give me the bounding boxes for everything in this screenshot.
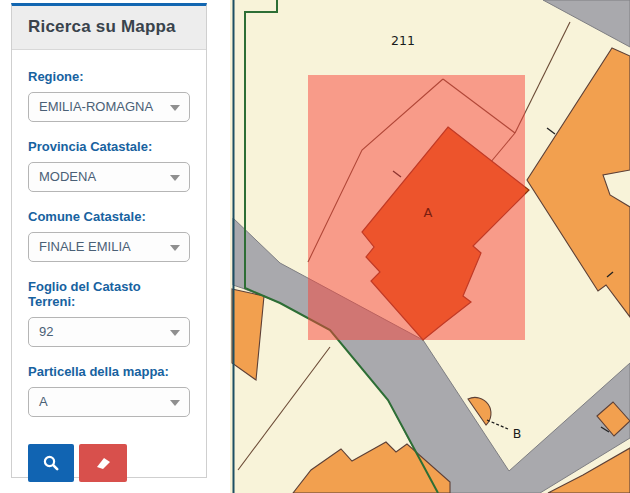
search-button[interactable]: [28, 444, 74, 482]
selection-highlight: [308, 75, 525, 340]
provincia-label: Provincia Catastale:: [28, 139, 190, 154]
search-panel: Ricerca su Mappa Regione: EMILIA-ROMAGNA…: [11, 3, 207, 478]
magnifier-icon: [42, 454, 60, 472]
parcel-211-label: 211: [391, 33, 415, 48]
provincia-value: MODENA: [39, 169, 96, 184]
comune-select[interactable]: FINALE EMILIA: [28, 232, 190, 262]
provincia-select[interactable]: MODENA: [28, 162, 190, 192]
button-row: [28, 444, 190, 482]
search-form: Regione: EMILIA-ROMAGNA Provincia Catast…: [12, 50, 206, 482]
app-window: Ricerca su Mappa Regione: EMILIA-ROMAGNA…: [0, 0, 630, 493]
regione-label: Regione:: [28, 69, 190, 84]
foglio-label: Foglio del Catasto Terreni:: [28, 279, 190, 309]
chevron-down-icon: [170, 105, 180, 111]
eraser-icon: [93, 455, 113, 471]
foglio-value: 92: [39, 324, 53, 339]
clear-button[interactable]: [79, 444, 127, 482]
map-canvas[interactable]: 211 A B: [230, 0, 630, 493]
chevron-down-icon: [170, 175, 180, 181]
comune-value: FINALE EMILIA: [39, 239, 131, 254]
chevron-down-icon: [170, 400, 180, 406]
foglio-select[interactable]: 92: [28, 317, 190, 347]
panel-title: Ricerca su Mappa: [12, 6, 206, 50]
building-a-label: A: [424, 205, 433, 220]
regione-value: EMILIA-ROMAGNA: [39, 99, 153, 114]
chevron-down-icon: [170, 245, 180, 251]
particella-select[interactable]: A: [28, 387, 190, 417]
comune-label: Comune Catastale:: [28, 209, 190, 224]
chevron-down-icon: [170, 330, 180, 336]
particella-label: Particella della mappa:: [28, 364, 190, 379]
point-b-label: B: [513, 426, 522, 441]
regione-select[interactable]: EMILIA-ROMAGNA: [28, 92, 190, 122]
particella-value: A: [39, 394, 48, 409]
